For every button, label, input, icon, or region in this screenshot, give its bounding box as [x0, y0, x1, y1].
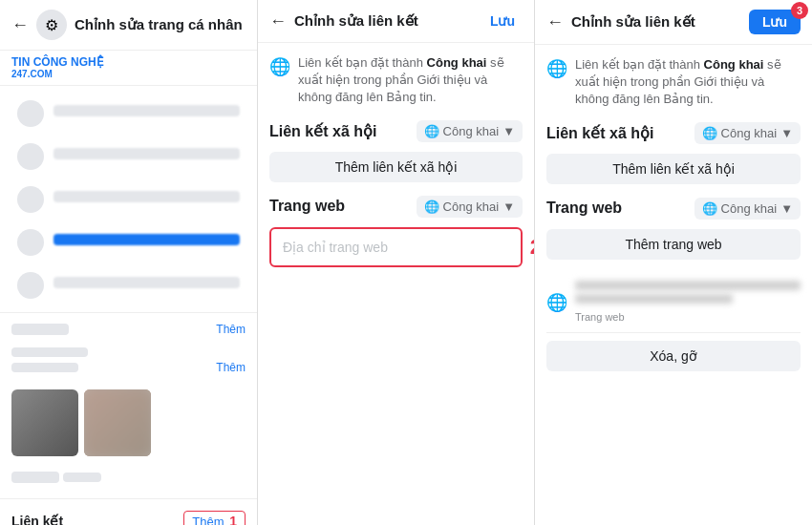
right-social-section-header: Liên kết xã hội 🌐 Công khai ▼	[546, 122, 801, 144]
right-add-social-btn[interactable]: Thêm liên kết xã hội	[546, 154, 801, 184]
middle-back-arrow[interactable]: ←	[269, 11, 287, 32]
web-section-header: Trang web 🌐 Công khai ▼	[269, 196, 523, 218]
left-panel: ← ⚙ Chỉnh sửa trang cá nhân TIN CÔNG NGH…	[0, 0, 258, 525]
middle-save-btn[interactable]: Lưu	[482, 10, 523, 32]
right-add-web-btn[interactable]: Thêm trang web	[546, 229, 801, 260]
back-arrow-left[interactable]: ←	[11, 15, 29, 35]
links-section: Liên kết Thêm 1	[0, 505, 257, 525]
right-web-title: Trang web	[546, 200, 622, 217]
them-section-link[interactable]: Thêm	[216, 361, 246, 374]
web-section-title: Trang web	[269, 198, 345, 215]
photo-thumb-1[interactable]	[11, 389, 78, 456]
photo-row	[0, 386, 257, 460]
right-web-visibility-btn[interactable]: 🌐 Công khai ▼	[694, 198, 801, 220]
web-link-url	[575, 281, 801, 290]
nav-dot	[17, 100, 44, 127]
right-globe-web-icon: 🌐	[702, 201, 717, 216]
nav-text	[53, 148, 240, 159]
divider	[0, 312, 257, 313]
web-url-input[interactable]	[283, 240, 509, 255]
nav-item-3[interactable]	[6, 178, 251, 220]
nav-item-4[interactable]	[6, 221, 251, 263]
middle-header: ← Chỉnh sửa liên kết Lưu	[258, 0, 534, 43]
middle-info-text: Liên kết bạn đặt thành Công khai sẽ xuất…	[298, 54, 523, 107]
middle-panel: ← Chỉnh sửa liên kết Lưu 🌐 Liên kết bạn …	[258, 0, 535, 525]
nav-dot	[17, 229, 44, 256]
nav-item-2[interactable]	[6, 136, 251, 178]
globe-web-icon: 🌐	[424, 200, 439, 214]
social-visibility-btn[interactable]: 🌐 Công khai ▼	[417, 120, 523, 142]
right-web-section-header: Trang web 🌐 Công khai ▼	[546, 198, 801, 220]
right-chevron-icon: ▼	[780, 126, 793, 140]
right-header: ← Chỉnh sửa liên kết Lưu 3	[535, 0, 812, 45]
right-web-chevron-icon: ▼	[780, 201, 793, 216]
gear-icon[interactable]: ⚙	[36, 10, 67, 40]
blurred-label	[11, 472, 59, 483]
right-header-left: ← Chỉnh sửa liên kết	[546, 12, 695, 32]
social-section-title: Liên kết xã hội	[269, 122, 376, 140]
right-save-container: Lưu 3	[749, 10, 801, 34]
middle-panel-title: Chỉnh sửa liên kết	[294, 12, 418, 30]
nav-dot	[17, 143, 44, 170]
step1-badge: 1	[229, 514, 237, 525]
add-social-btn[interactable]: Thêm liên kết xã hội	[269, 152, 523, 182]
nav-item-1[interactable]	[6, 93, 251, 135]
left-panel-title: Chỉnh sửa trang cá nhân	[75, 16, 246, 33]
them-small-link[interactable]: Thêm	[216, 323, 246, 336]
right-body: 🌐 Liên kết bạn đặt thành Công khai sẽ xu…	[535, 45, 812, 525]
step2-badge: 2	[530, 235, 534, 260]
delete-btn[interactable]: Xóa, gỡ	[546, 341, 801, 371]
web-visibility-label: Công khai	[443, 200, 500, 214]
web-link-globe-icon: 🌐	[546, 292, 567, 313]
nav-text	[53, 191, 240, 202]
right-back-arrow[interactable]: ←	[546, 12, 564, 32]
links-label: Liên kết	[11, 514, 63, 525]
photo-thumb-2[interactable]	[84, 389, 151, 456]
blurred-sub	[11, 363, 78, 372]
right-visibility-label: Công khai	[721, 126, 778, 140]
right-social-visibility-btn[interactable]: 🌐 Công khai ▼	[694, 122, 801, 144]
nav-dot	[17, 186, 44, 213]
globe-icon-middle: 🌐	[269, 56, 290, 77]
nav-text	[53, 277, 240, 288]
web-input-wrap	[269, 227, 523, 267]
globe-icon-right: 🌐	[546, 58, 567, 79]
web-visibility-btn[interactable]: 🌐 Công khai ▼	[417, 196, 523, 218]
blurred-section	[11, 347, 88, 357]
web-link-item: 🌐 Trang web	[546, 273, 801, 333]
middle-info-box: 🌐 Liên kết bạn đặt thành Công khai sẽ xu…	[269, 54, 523, 107]
right-info-text: Liên kết bạn đặt thành Công khai sẽ xuất…	[575, 56, 801, 109]
right-panel: ← Chỉnh sửa liên kết Lưu 3 🌐 Liên kết bạ…	[535, 0, 812, 525]
right-globe-icon: 🌐	[702, 126, 717, 140]
left-header: ← ⚙ Chỉnh sửa trang cá nhân	[0, 0, 257, 51]
blurred-sub2	[63, 472, 101, 482]
right-panel-title: Chỉnh sửa liên kết	[571, 13, 695, 31]
them-label: Thêm	[192, 514, 224, 525]
middle-body: 🌐 Liên kết bạn đặt thành Công khai sẽ xu…	[258, 43, 534, 525]
web-link-label: Trang web	[575, 311, 625, 323]
brand-sub: 247.COM	[11, 69, 53, 79]
nav-text	[53, 234, 240, 245]
nav-text	[53, 105, 240, 116]
brand-logo: TIN CÔNG NGHỆ 247.COM	[0, 51, 257, 86]
globe-small-icon: 🌐	[424, 124, 439, 138]
nav-dot	[17, 272, 44, 299]
web-chevron-icon: ▼	[502, 200, 515, 214]
web-input-container: 2	[269, 227, 523, 267]
right-info-box: 🌐 Liên kết bạn đặt thành Công khai sẽ xu…	[546, 56, 801, 109]
right-web-visibility-label: Công khai	[721, 201, 778, 216]
step3-badge: 3	[791, 2, 808, 19]
visibility-label: Công khai	[443, 124, 500, 138]
left-nav: Thêm Thêm	[0, 86, 257, 525]
social-section-header: Liên kết xã hội 🌐 Công khai ▼	[269, 120, 523, 142]
web-link-info: Trang web	[575, 281, 801, 325]
them-link-btn[interactable]: Thêm 1	[183, 511, 246, 525]
web-link-url2	[575, 294, 733, 304]
divider2	[0, 498, 257, 499]
right-social-title: Liên kết xã hội	[546, 124, 653, 142]
middle-header-left: ← Chỉnh sửa liên kết	[269, 11, 418, 32]
blurred-name	[11, 324, 69, 335]
nav-item-5[interactable]	[6, 264, 251, 306]
chevron-icon: ▼	[502, 124, 515, 138]
brand-name: TIN CÔNG NGHỆ	[11, 56, 104, 69]
